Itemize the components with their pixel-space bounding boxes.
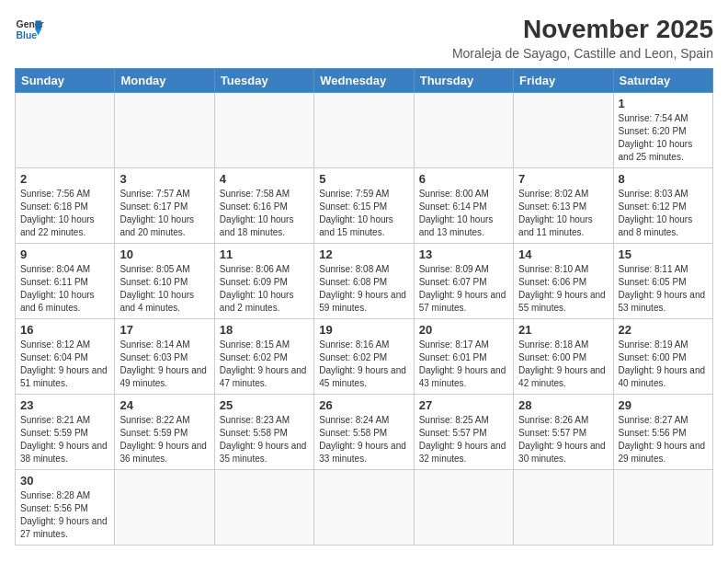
- day-number: 21: [518, 323, 608, 337]
- day-info: Sunrise: 7:59 AM Sunset: 6:15 PM Dayligh…: [319, 188, 408, 239]
- day-cell: 24Sunrise: 8:22 AM Sunset: 5:59 PM Dayli…: [115, 395, 214, 470]
- day-cell: [414, 93, 513, 168]
- day-info: Sunrise: 8:28 AM Sunset: 5:56 PM Dayligh…: [20, 489, 109, 541]
- week-row-4: 16Sunrise: 8:12 AM Sunset: 6:04 PM Dayli…: [16, 319, 713, 395]
- day-info: Sunrise: 7:58 AM Sunset: 6:16 PM Dayligh…: [220, 188, 309, 239]
- day-info: Sunrise: 7:56 AM Sunset: 6:18 PM Dayligh…: [20, 188, 109, 239]
- day-cell: 29Sunrise: 8:27 AM Sunset: 5:56 PM Dayli…: [613, 395, 712, 470]
- day-info: Sunrise: 8:21 AM Sunset: 5:59 PM Dayligh…: [20, 414, 109, 465]
- day-info: Sunrise: 8:05 AM Sunset: 6:10 PM Dayligh…: [119, 263, 209, 315]
- day-cell: 16Sunrise: 8:12 AM Sunset: 6:04 PM Dayli…: [16, 319, 115, 395]
- day-cell: [214, 470, 313, 546]
- day-cell: 23Sunrise: 8:21 AM Sunset: 5:59 PM Dayli…: [16, 395, 115, 470]
- day-number: 22: [619, 323, 708, 337]
- day-info: Sunrise: 8:04 AM Sunset: 6:11 PM Dayligh…: [20, 263, 109, 315]
- day-info: Sunrise: 8:14 AM Sunset: 6:03 PM Dayligh…: [119, 339, 209, 390]
- day-cell: 13Sunrise: 8:09 AM Sunset: 6:07 PM Dayli…: [414, 244, 513, 319]
- day-cell: [115, 93, 214, 168]
- title-area: November 2025 Moraleja de Sayago, Castil…: [452, 15, 713, 61]
- day-info: Sunrise: 8:25 AM Sunset: 5:57 PM Dayligh…: [419, 414, 508, 465]
- day-cell: 7Sunrise: 8:02 AM Sunset: 6:13 PM Daylig…: [514, 168, 613, 244]
- logo-icon: General Blue: [15, 15, 44, 44]
- day-number: 29: [619, 398, 708, 412]
- week-row-6: 30Sunrise: 8:28 AM Sunset: 5:56 PM Dayli…: [16, 470, 713, 546]
- weekday-header-sunday: Sunday: [16, 69, 115, 93]
- day-number: 19: [319, 323, 408, 337]
- day-cell: 15Sunrise: 8:11 AM Sunset: 6:05 PM Dayli…: [613, 244, 712, 319]
- day-number: 9: [20, 247, 109, 261]
- day-number: 26: [319, 398, 408, 412]
- day-cell: [214, 93, 313, 168]
- month-title: November 2025: [452, 15, 713, 44]
- week-row-5: 23Sunrise: 8:21 AM Sunset: 5:59 PM Dayli…: [16, 395, 713, 470]
- day-cell: [514, 470, 613, 546]
- day-cell: [414, 470, 513, 546]
- day-number: 28: [518, 398, 608, 412]
- day-info: Sunrise: 8:09 AM Sunset: 6:07 PM Dayligh…: [419, 263, 508, 315]
- day-number: 15: [619, 247, 708, 261]
- day-info: Sunrise: 8:08 AM Sunset: 6:08 PM Dayligh…: [319, 263, 408, 315]
- day-info: Sunrise: 8:23 AM Sunset: 5:58 PM Dayligh…: [220, 414, 309, 465]
- day-cell: [514, 93, 613, 168]
- day-cell: 21Sunrise: 8:18 AM Sunset: 6:00 PM Dayli…: [514, 319, 613, 395]
- day-number: 16: [20, 323, 109, 337]
- day-info: Sunrise: 8:22 AM Sunset: 5:59 PM Dayligh…: [119, 414, 209, 465]
- day-info: Sunrise: 8:24 AM Sunset: 5:58 PM Dayligh…: [319, 414, 408, 465]
- day-number: 7: [518, 172, 608, 186]
- weekday-header-tuesday: Tuesday: [214, 69, 313, 93]
- day-info: Sunrise: 8:27 AM Sunset: 5:56 PM Dayligh…: [619, 414, 708, 465]
- day-cell: 6Sunrise: 8:00 AM Sunset: 6:14 PM Daylig…: [414, 168, 513, 244]
- day-cell: 9Sunrise: 8:04 AM Sunset: 6:11 PM Daylig…: [16, 244, 115, 319]
- day-number: 12: [319, 247, 408, 261]
- day-info: Sunrise: 8:03 AM Sunset: 6:12 PM Dayligh…: [619, 188, 708, 239]
- day-cell: 8Sunrise: 8:03 AM Sunset: 6:12 PM Daylig…: [613, 168, 712, 244]
- day-number: 3: [119, 172, 209, 186]
- subtitle: Moraleja de Sayago, Castille and Leon, S…: [452, 46, 713, 61]
- day-cell: [613, 470, 712, 546]
- day-number: 2: [20, 172, 109, 186]
- day-info: Sunrise: 8:15 AM Sunset: 6:02 PM Dayligh…: [220, 339, 309, 390]
- day-number: 23: [20, 398, 109, 412]
- day-cell: 20Sunrise: 8:17 AM Sunset: 6:01 PM Dayli…: [414, 319, 513, 395]
- day-info: Sunrise: 8:02 AM Sunset: 6:13 PM Dayligh…: [518, 188, 608, 239]
- svg-marker-2: [35, 20, 40, 29]
- day-info: Sunrise: 8:16 AM Sunset: 6:02 PM Dayligh…: [319, 339, 408, 390]
- day-number: 6: [419, 172, 508, 186]
- day-info: Sunrise: 8:26 AM Sunset: 5:57 PM Dayligh…: [518, 414, 608, 465]
- weekday-header-monday: Monday: [115, 69, 214, 93]
- day-info: Sunrise: 8:06 AM Sunset: 6:09 PM Dayligh…: [220, 263, 309, 315]
- week-row-3: 9Sunrise: 8:04 AM Sunset: 6:11 PM Daylig…: [16, 244, 713, 319]
- logo: General Blue: [15, 15, 44, 44]
- weekday-header-saturday: Saturday: [613, 69, 712, 93]
- day-number: 18: [220, 323, 309, 337]
- calendar: SundayMondayTuesdayWednesdayThursdayFrid…: [15, 68, 713, 546]
- day-cell: 1Sunrise: 7:54 AM Sunset: 6:20 PM Daylig…: [613, 93, 712, 168]
- week-row-2: 2Sunrise: 7:56 AM Sunset: 6:18 PM Daylig…: [16, 168, 713, 244]
- day-cell: 5Sunrise: 7:59 AM Sunset: 6:15 PM Daylig…: [314, 168, 414, 244]
- day-info: Sunrise: 8:19 AM Sunset: 6:00 PM Dayligh…: [619, 339, 708, 390]
- day-cell: [314, 470, 414, 546]
- day-info: Sunrise: 8:10 AM Sunset: 6:06 PM Dayligh…: [518, 263, 608, 315]
- day-cell: 25Sunrise: 8:23 AM Sunset: 5:58 PM Dayli…: [214, 395, 313, 470]
- day-number: 1: [619, 97, 708, 110]
- day-number: 8: [619, 172, 708, 186]
- day-cell: 4Sunrise: 7:58 AM Sunset: 6:16 PM Daylig…: [214, 168, 313, 244]
- day-number: 11: [220, 247, 309, 261]
- day-number: 30: [20, 474, 109, 488]
- weekday-header-row: SundayMondayTuesdayWednesdayThursdayFrid…: [16, 69, 713, 93]
- day-number: 27: [419, 398, 508, 412]
- day-info: Sunrise: 8:11 AM Sunset: 6:05 PM Dayligh…: [619, 263, 708, 315]
- weekday-header-wednesday: Wednesday: [314, 69, 414, 93]
- day-number: 5: [319, 172, 408, 186]
- day-info: Sunrise: 7:57 AM Sunset: 6:17 PM Dayligh…: [119, 188, 209, 239]
- svg-text:Blue: Blue: [17, 30, 38, 40]
- day-cell: 27Sunrise: 8:25 AM Sunset: 5:57 PM Dayli…: [414, 395, 513, 470]
- day-cell: 17Sunrise: 8:14 AM Sunset: 6:03 PM Dayli…: [115, 319, 214, 395]
- day-cell: [16, 93, 115, 168]
- day-number: 13: [419, 247, 508, 261]
- day-number: 20: [419, 323, 508, 337]
- day-cell: [115, 470, 214, 546]
- header: General Blue November 2025 Moraleja de S…: [15, 15, 713, 61]
- day-info: Sunrise: 8:00 AM Sunset: 6:14 PM Dayligh…: [419, 188, 508, 239]
- week-row-1: 1Sunrise: 7:54 AM Sunset: 6:20 PM Daylig…: [16, 93, 713, 168]
